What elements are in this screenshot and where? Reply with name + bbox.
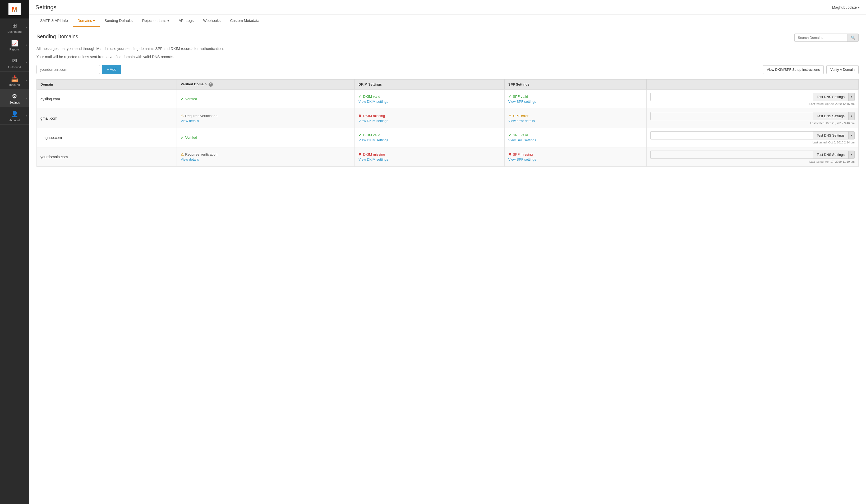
page-title: Settings <box>35 4 57 11</box>
sidebar-item-settings[interactable]: ⚙ Settings ▶ <box>0 89 29 107</box>
test-dns-button[interactable]: Test DNS Settings <box>813 151 848 159</box>
page-header: Sending Domains 🔍 <box>36 34 858 42</box>
app-logo: M <box>9 3 21 15</box>
search-input[interactable] <box>795 34 847 42</box>
domains-dropdown-icon: ▾ <box>93 19 95 23</box>
warning-icon: ⚠ <box>180 114 184 118</box>
spf-valid: ✔ SPF valid <box>508 133 643 137</box>
test-dns-dropdown[interactable]: ▾ <box>848 151 854 159</box>
test-dns-group: Test DNS Settings ▾ <box>650 93 855 101</box>
user-menu[interactable]: Maghubupdate ▾ <box>832 5 860 10</box>
cell-domain: aysling.com <box>37 89 177 108</box>
topbar: Settings Maghubupdate ▾ <box>29 0 866 15</box>
sidebar-item-reports[interactable]: 📈 Reports ▶ <box>0 36 29 54</box>
cell-spf: ⚠ SPF errorView error details <box>504 108 647 128</box>
cell-dkim: ✖ DKIM missingView DKIM settings <box>355 108 504 128</box>
sidebar-item-label: Outbound <box>8 66 21 69</box>
sidebar-arrow: ▶ <box>26 26 27 28</box>
sidebar-item-account[interactable]: 👤 Account ▶ <box>0 107 29 125</box>
view-details-link[interactable]: View details <box>180 158 351 161</box>
test-dns-button[interactable]: Test DNS Settings <box>813 131 848 139</box>
domain-name: yourdomain.com <box>41 155 68 159</box>
tab-custom-metadata[interactable]: Custom Metadata <box>225 15 264 27</box>
cell-dkim: ✖ DKIM missingView DKIM settings <box>355 147 504 167</box>
view-dkim-link[interactable]: View DKIM settings <box>358 138 500 142</box>
cell-spf: ✔ SPF validView SPF settings <box>504 89 647 108</box>
view-dkim-link[interactable]: View DKIM settings <box>358 119 500 123</box>
test-dns-dropdown[interactable]: ▾ <box>848 131 854 139</box>
sidebar-arrow: ▶ <box>26 97 27 99</box>
check-icon: ✔ <box>180 136 184 140</box>
verified-info-icon[interactable]: ? <box>209 82 213 87</box>
test-dns-button[interactable]: Test DNS Settings <box>813 93 848 101</box>
view-dkim-spf-button[interactable]: View DKIM/SPF Setup Instructions <box>763 65 824 74</box>
outbound-icon: ✉ <box>12 58 17 65</box>
check-icon: ✔ <box>358 133 362 137</box>
domain-name: maghub.com <box>41 136 62 140</box>
dkim-missing: ✖ DKIM missing <box>358 114 500 118</box>
add-domain-button[interactable]: + Add <box>102 65 121 74</box>
spf-valid: ✔ SPF valid <box>508 94 643 99</box>
sidebar-item-inbound[interactable]: 📥 Inbound ▶ <box>0 72 29 89</box>
user-dropdown-icon: ▾ <box>858 5 860 10</box>
settings-icon: ⚙ <box>12 93 17 100</box>
sidebar-logo: M <box>0 0 29 19</box>
cell-domain: maghub.com <box>37 128 177 147</box>
tab-api-logs[interactable]: API Logs <box>174 15 199 27</box>
test-dns-button[interactable]: Test DNS Settings <box>813 112 848 120</box>
cell-actions: Test DNS Settings ▾ Last tested: Dec 20,… <box>647 108 858 128</box>
tab-sending-defaults[interactable]: Sending Defaults <box>100 15 137 27</box>
search-button[interactable]: 🔍 <box>847 34 858 42</box>
cell-spf: ✖ SPF missingView SPF settings <box>504 147 647 167</box>
add-domain-row: + Add View DKIM/SPF Setup Instructions V… <box>36 65 858 74</box>
dkim-valid: ✔ DKIM valid <box>358 94 500 99</box>
view-spf-link[interactable]: View SPF settings <box>508 138 643 142</box>
check-icon: ✔ <box>508 133 511 137</box>
table-row: maghub.com✔ Verified✔ DKIM validView DKI… <box>37 128 858 147</box>
sending-domains-title: Sending Domains <box>36 34 78 39</box>
content-area: Sending Domains 🔍 All messages that you … <box>29 27 866 504</box>
verify-domain-button[interactable]: Verify A Domain <box>826 65 858 74</box>
view-dkim-link[interactable]: View DKIM settings <box>358 100 500 104</box>
tab-smtp[interactable]: SMTP & API Info <box>35 15 73 27</box>
sidebar-arrow: ▶ <box>26 79 27 82</box>
table-row: gmail.com⚠ Requires verificationView det… <box>37 108 858 128</box>
view-spf-link[interactable]: View error details <box>508 119 643 123</box>
view-details-link[interactable]: View details <box>180 119 351 123</box>
col-domain: Domain <box>37 80 177 90</box>
col-actions <box>647 80 858 90</box>
test-dns-group: Test DNS Settings ▾ <box>650 112 855 120</box>
view-dkim-link[interactable]: View DKIM settings <box>358 158 500 161</box>
sidebar-item-label: Account <box>9 118 20 122</box>
dkim-valid: ✔ DKIM valid <box>358 133 500 137</box>
view-spf-link[interactable]: View SPF settings <box>508 100 643 104</box>
spf-missing: ✖ SPF missing <box>508 152 643 156</box>
sidebar-arrow: ▶ <box>26 61 27 64</box>
domain-input[interactable] <box>36 65 100 74</box>
last-tested: Last tested: Apr 29, 2020 12:15 am <box>650 102 855 105</box>
test-dns-dropdown[interactable]: ▾ <box>848 93 854 101</box>
tab-webhooks[interactable]: Webhooks <box>199 15 225 27</box>
tab-domains[interactable]: Domains ▾ <box>73 15 100 27</box>
account-icon: 👤 <box>11 111 18 117</box>
sidebar-item-dashboard[interactable]: ⊞ Dashboard ▶ <box>0 19 29 36</box>
search-box: 🔍 <box>795 34 858 42</box>
check-icon: ✔ <box>508 94 511 99</box>
cell-actions: Test DNS Settings ▾ Last tested: Oct 8, … <box>647 128 858 147</box>
view-spf-link[interactable]: View SPF settings <box>508 158 643 161</box>
cell-actions: Test DNS Settings ▾ Last tested: Apr 29,… <box>647 89 858 108</box>
test-dns-dropdown[interactable]: ▾ <box>848 112 854 120</box>
warning-icon: ⚠ <box>508 114 512 118</box>
sidebar-item-label: Inbound <box>9 83 20 87</box>
x-icon: ✖ <box>358 114 362 118</box>
add-domain-left: + Add <box>36 65 121 74</box>
cell-verified: ✔ Verified <box>177 89 355 108</box>
warning-icon: ⚠ <box>180 152 184 156</box>
description-1: All messages that you send through Mandr… <box>36 46 858 51</box>
verified-status: ✔ Verified <box>180 97 351 101</box>
username: Maghubupdate <box>832 5 857 10</box>
test-dns-group: Test DNS Settings ▾ <box>650 151 855 159</box>
tab-rejection-lists[interactable]: Rejection Lists ▾ <box>137 15 174 27</box>
sidebar-item-outbound[interactable]: ✉ Outbound ▶ <box>0 54 29 72</box>
cell-verified: ⚠ Requires verificationView details <box>177 108 355 128</box>
